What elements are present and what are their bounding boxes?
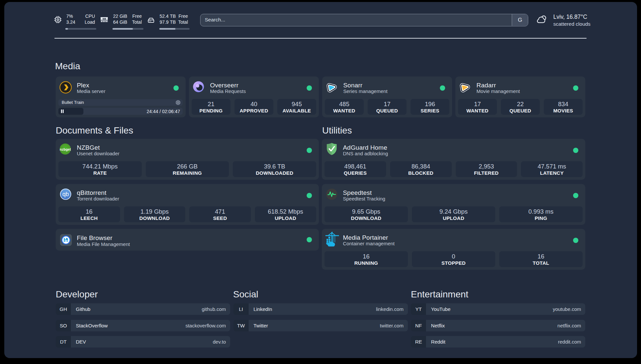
svg-text:qb: qb [62, 191, 69, 197]
svg-text:nzbget: nzbget [60, 147, 71, 151]
